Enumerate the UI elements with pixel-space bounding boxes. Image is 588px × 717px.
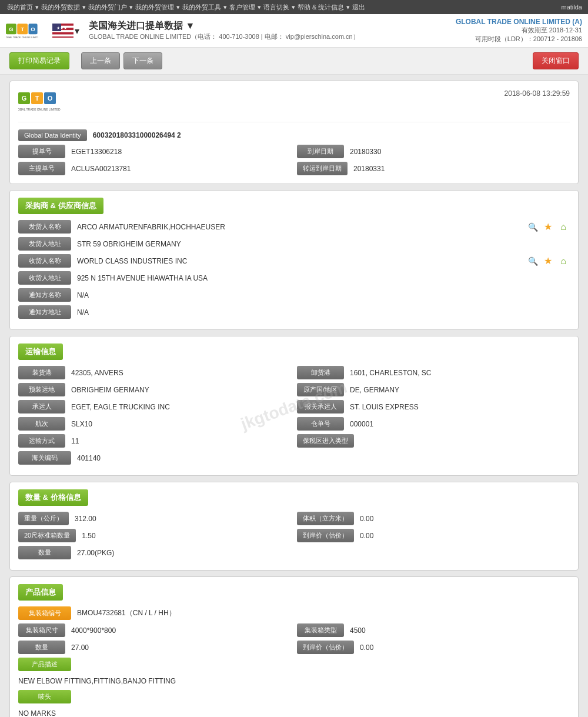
consignee-name-value: WORLD CLASS INDUSTRIES INC <box>77 257 524 265</box>
nav-language[interactable]: 语言切换 <box>263 3 289 12</box>
product-section-title: 产品信息 <box>18 584 63 601</box>
nav-help[interactable]: 帮助 & 统计信息 <box>298 3 344 12</box>
product-qty-field: 数量 27.00 <box>18 641 291 654</box>
nav-customers[interactable]: 客户管理 <box>229 3 255 12</box>
consignee-search-icon[interactable]: 🔍 <box>526 255 539 268</box>
dropdown-arrow: ▾ <box>75 25 79 36</box>
doc-header: G T O GLOBAL TRADE ONLINE LIMITED 2018-0… <box>18 89 570 122</box>
voyage-label: 航次 <box>18 417 65 431</box>
svg-rect-11 <box>52 32 74 35</box>
action-bar: 打印简易记录 上一条 下一条 关闭窗口 <box>0 48 588 75</box>
customs-carrier-label: 报关承运人 <box>297 400 344 413</box>
weight-label: 重量（公斤） <box>18 512 69 525</box>
bonded-label: 保税区进入类型 <box>297 434 354 448</box>
nav-trade-portal[interactable]: 我的外贸门户 <box>88 3 127 12</box>
transport-mode-value: 11 <box>71 437 291 445</box>
logo-area: G T O GLOBAL TRADE ONLINE LIMITED <box>6 19 41 42</box>
arrival-port-field: 卸货港 1601, CHARLESTON, SC <box>297 366 570 379</box>
svg-text:GLOBAL TRADE ONLINE LIMITED: GLOBAL TRADE ONLINE LIMITED <box>18 108 61 111</box>
arrival-date-value: 20180330 <box>350 148 570 156</box>
svg-rect-12 <box>52 35 74 37</box>
departure-port-value: 42305, ANVERS <box>71 369 291 377</box>
shipper-addr-row: 发货人地址 STR 59 OBRIGHEIM GERMANY <box>18 237 570 251</box>
nav-buttons: 上一条 下一条 <box>81 52 162 69</box>
container-type-value: 4500 <box>350 626 570 635</box>
next-button[interactable]: 下一条 <box>123 52 162 69</box>
weight-field: 重量（公斤） 312.00 <box>18 512 291 525</box>
voyage-value: SLX10 <box>71 420 291 428</box>
transfer-date-field: 转运到岸日期 20180331 <box>297 162 570 175</box>
company-contact: GLOBAL TRADE ONLINE LIMITED（电话： 400-710-… <box>89 32 456 41</box>
arrival-price-value: 0.00 <box>360 532 570 540</box>
notify-name-value: N/A <box>77 291 570 299</box>
volume-field: 体积（立方米） 0.00 <box>297 512 570 525</box>
svg-text:O: O <box>31 26 35 32</box>
shipper-star-icon[interactable]: ★ <box>542 221 554 234</box>
nav-trade-tools[interactable]: 我的外贸工具 <box>182 3 221 12</box>
shipper-search-icon[interactable]: 🔍 <box>526 221 539 234</box>
container-type-field: 集装箱类型 4500 <box>297 623 570 637</box>
current-user: matilda <box>562 4 582 11</box>
customs-code-row: 海关编码 401140 <box>18 451 570 465</box>
consignee-home-icon[interactable]: ⌂ <box>557 255 570 268</box>
shipper-home-icon[interactable]: ⌂ <box>557 221 570 234</box>
notify-addr-value: N/A <box>77 308 570 316</box>
shipper-addr-label: 发货人地址 <box>18 237 71 251</box>
nav-trade-data[interactable]: 我的外贸数据 <box>41 3 80 12</box>
global-data-identity-value: 600320180331000026494 2 <box>93 131 570 139</box>
us-flag: ★★★ <box>52 24 74 38</box>
svg-text:G: G <box>22 95 27 102</box>
teu-price-row: 20尺标准箱数量 1.50 到岸价（估价） 0.00 <box>18 529 570 542</box>
print-button[interactable]: 打印简易记录 <box>9 52 69 69</box>
main-content: G T O GLOBAL TRADE ONLINE LIMITED 2018-0… <box>0 75 588 717</box>
consignee-addr-value: 925 N 15TH AVENUE HIAWATHA IA USA <box>77 274 570 282</box>
validity-info: 有效期至 2018-12-31 <box>456 26 582 35</box>
arrival-port-label: 卸货港 <box>297 366 344 379</box>
shipper-name-value: ARCO ARMATURENFABRIK,HOCHHAEUSER <box>77 223 524 231</box>
container-size-type-row: 集装箱尺寸 4000*900*800 集装箱类型 4500 <box>18 623 570 637</box>
svg-text:T: T <box>21 26 24 32</box>
consignee-star-icon[interactable]: ★ <box>542 255 554 268</box>
global-data-identity-label: Global Data Identity <box>18 129 87 141</box>
master-bill-field: 主提单号 ACLUSA00213781 <box>18 162 291 175</box>
marks-label: 唛头 <box>18 690 71 703</box>
carrier-value: EGET, EAGLE TRUCKING INC <box>71 403 291 411</box>
notify-addr-row: 通知方地址 N/A <box>18 305 570 319</box>
nav-trade-manage[interactable]: 我的外贸管理 <box>135 3 174 12</box>
voyage-field: 航次 SLX10 <box>18 417 291 431</box>
storage-no-value: 000001 <box>350 420 570 428</box>
container-no-label: 集装箱编号 <box>18 606 71 620</box>
page-title: 美国海关进口提单数据 ▼ <box>89 20 456 32</box>
storage-no-field: 仓单号 000001 <box>297 417 570 431</box>
nav-home[interactable]: 我的首页 <box>7 3 33 12</box>
ports-row: 装货港 42305, ANVERS 卸货港 1601, CHARLESTON, … <box>18 366 570 379</box>
marks-label-row: 唛头 <box>18 690 570 703</box>
transport-bonded-row: 运输方式 11 保税区进入类型 <box>18 434 570 448</box>
prev-button[interactable]: 上一条 <box>81 52 120 69</box>
bill-no-value: EGET13306218 <box>71 148 291 156</box>
volume-value: 0.00 <box>360 515 570 523</box>
bill-no-label: 提单号 <box>18 145 65 158</box>
flag-selector[interactable]: ★★★ ▾ <box>52 24 79 38</box>
origin-country-value: DE, GERMANY <box>350 386 570 394</box>
weight-value: 312.00 <box>75 515 291 523</box>
container-size-label: 集装箱尺寸 <box>18 623 65 637</box>
close-button[interactable]: 关闭窗口 <box>533 52 579 69</box>
loading-place-label: 预装运地 <box>18 383 65 396</box>
doc-datetime: 2018-06-08 13:29:59 <box>505 89 570 98</box>
container-no-value: BMOU4732681（CN / L / HH） <box>77 608 570 618</box>
arrival-date-label: 到岸日期 <box>297 145 344 158</box>
quantity-section: 数量 & 价格信息 重量（公斤） 312.00 体积（立方米） 0.00 20尺… <box>9 482 579 571</box>
origin-country-field: 原产国/地区 DE, GERMANY <box>297 383 570 396</box>
container-size-field: 集装箱尺寸 4000*900*800 <box>18 623 291 637</box>
loading-origin-row: 预装运地 OBRIGHEIM GERMANY 原产国/地区 DE, GERMAN… <box>18 383 570 396</box>
arrival-port-value: 1601, CHARLESTON, SC <box>350 369 570 377</box>
supplier-section-title: 采购商 & 供应商信息 <box>18 198 103 214</box>
master-bill-value: ACLUSA00213781 <box>71 165 291 173</box>
consignee-addr-label: 收货人地址 <box>18 271 71 285</box>
nav-logout[interactable]: 退出 <box>352 3 365 12</box>
document-card: G T O GLOBAL TRADE ONLINE LIMITED 2018-0… <box>9 81 579 184</box>
svg-text:★★★: ★★★ <box>56 26 67 30</box>
product-price-field: 到岸价（估价） 0.00 <box>297 641 570 654</box>
svg-text:O: O <box>48 95 53 102</box>
